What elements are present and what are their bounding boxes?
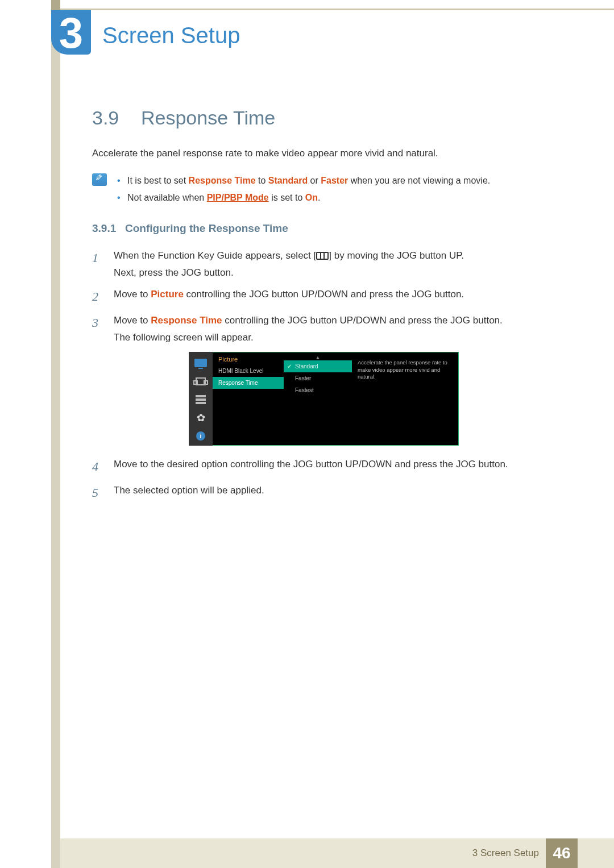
steps-list-cont: 4 Move to the desired option controlling… xyxy=(92,456,558,504)
osd-options-column: ▲ Standard Faster Fastest xyxy=(284,352,352,445)
osd-nav-rail: ✿ i xyxy=(189,352,213,446)
section-title: Response Time xyxy=(141,107,275,129)
step-text: ] by moving the JOG button UP. xyxy=(329,250,464,261)
step-text: controlling the JOG button UP/DOWN and p… xyxy=(184,289,464,300)
osd-menu-header: Picture xyxy=(213,352,284,365)
step-number: 1 xyxy=(92,247,103,281)
step-highlight: Picture xyxy=(151,289,184,300)
note-link[interactable]: PIP/PBP Mode xyxy=(207,193,269,202)
step-body: Move to Picture controlling the JOG butt… xyxy=(114,286,558,308)
osd-nav-pip-icon xyxy=(194,376,208,387)
step-body: When the Function Key Guide appears, sel… xyxy=(114,247,558,281)
step-body: The selected option will be applied. xyxy=(114,482,558,504)
note-highlight: On xyxy=(305,193,318,202)
subsection-title: Configuring the Response Time xyxy=(125,222,288,235)
osd-option: Fastest xyxy=(284,384,352,396)
osd-menu-item: HDMI Black Level xyxy=(213,365,284,377)
osd-menu-column: Picture HDMI Black Level Response Time xyxy=(213,352,284,445)
page-footer: 3 Screen Setup 46 xyxy=(60,838,614,868)
osd-nav-picture-icon xyxy=(194,358,208,369)
note-text: It is best to set xyxy=(127,176,189,185)
step-text: When the Function Key Guide appears, sel… xyxy=(114,250,316,261)
note-highlight: Faster xyxy=(321,176,348,185)
osd-panel: ✿ i Picture HDMI Black Level Response Ti… xyxy=(189,352,459,446)
osd-option: Faster xyxy=(284,372,352,384)
step-text: controlling the JOG button UP/DOWN and p… xyxy=(222,315,503,326)
osd-main: Picture HDMI Black Level Response Time ▲… xyxy=(213,352,459,446)
note-text: is set to xyxy=(269,193,305,202)
note-text: or xyxy=(308,176,321,185)
osd-nav-gear-icon: ✿ xyxy=(194,412,208,423)
sidebar-stripe xyxy=(51,0,60,868)
footer-chapter-label: 3 Screen Setup xyxy=(472,848,539,859)
step-number: 2 xyxy=(92,286,103,308)
note-highlight: Standard xyxy=(268,176,308,185)
section-number: 3.9 xyxy=(92,107,141,129)
note-block: It is best to set Response Time to Stand… xyxy=(92,172,558,207)
step-item: 2 Move to Picture controlling the JOG bu… xyxy=(92,286,558,308)
note-icon xyxy=(92,173,107,186)
osd-screenshot: ✿ i Picture HDMI Black Level Response Ti… xyxy=(189,352,558,446)
step-item: 5 The selected option will be applied. xyxy=(92,482,558,504)
osd-description: Accelerate the panel response rate to ma… xyxy=(352,352,458,445)
subsection-number: 3.9.1 xyxy=(92,222,125,235)
step-text: Move to xyxy=(114,289,151,300)
header-rule xyxy=(60,9,614,10)
note-item: Not available when PIP/PBP Mode is set t… xyxy=(117,189,490,206)
note-highlight: Response Time xyxy=(189,176,256,185)
footer-page-number: 46 xyxy=(546,838,578,868)
step-body: Move to Response Time controlling the JO… xyxy=(114,312,558,346)
osd-scroll-up-icon: ▲ xyxy=(284,355,352,360)
note-text: . xyxy=(318,193,320,202)
menu-icon xyxy=(316,252,329,260)
step-highlight: Response Time xyxy=(151,315,222,326)
steps-list: 1 When the Function Key Guide appears, s… xyxy=(92,247,558,346)
step-number: 3 xyxy=(92,312,103,346)
osd-nav-info-icon: i xyxy=(194,430,208,442)
step-number: 5 xyxy=(92,482,103,504)
note-text: when you are not viewing a movie. xyxy=(348,176,490,185)
chapter-title: Screen Setup xyxy=(102,23,240,48)
note-item: It is best to set Response Time to Stand… xyxy=(117,172,490,189)
step-body: Move to the desired option controlling t… xyxy=(114,456,558,478)
osd-menu-item-selected: Response Time xyxy=(213,377,284,389)
section-intro: Accelerate the panel response rate to ma… xyxy=(92,146,558,161)
note-text: to xyxy=(256,176,268,185)
subsection-heading: 3.9.1 Configuring the Response Time xyxy=(92,222,558,235)
chapter-number-badge: 3 xyxy=(51,10,91,55)
step-text: The following screen will appear. xyxy=(114,332,254,343)
step-text: Move to xyxy=(114,315,151,326)
step-text: Next, press the JOG button. xyxy=(114,267,234,278)
section-heading: 3.9 Response Time xyxy=(92,107,558,129)
osd-option-selected: Standard xyxy=(284,360,352,372)
note-text: Not available when xyxy=(127,193,207,202)
step-item: 4 Move to the desired option controlling… xyxy=(92,456,558,478)
step-item: 1 When the Function Key Guide appears, s… xyxy=(92,247,558,281)
page-content: 3.9 Response Time Accelerate the panel r… xyxy=(92,107,558,509)
note-list: It is best to set Response Time to Stand… xyxy=(117,172,490,207)
osd-nav-list-icon xyxy=(194,394,208,405)
step-item: 3 Move to Response Time controlling the … xyxy=(92,312,558,346)
step-number: 4 xyxy=(92,456,103,478)
